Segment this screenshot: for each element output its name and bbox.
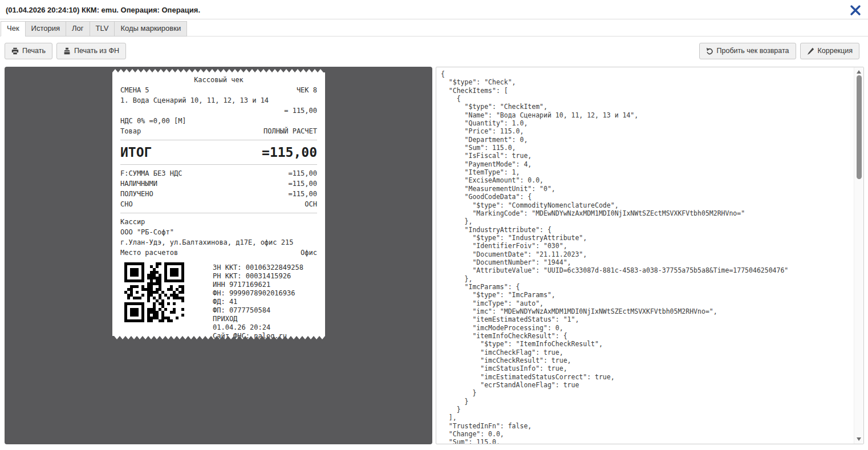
receipt-cash-row: НАЛИЧНЫМИ =115,00 (120, 179, 317, 189)
receipt-item-row: 1. Вода Сценарий 10, 11, 12, 13 и 14 (120, 95, 317, 106)
receipt-paper: Кассовый чек СМЕНА 5 ЧЕК 8 1. Вода Сцена… (112, 69, 325, 339)
sno-label: СНО (120, 199, 133, 209)
receipt-divider (120, 164, 317, 165)
toolbar: Печать Печать из ФН Пробить чек возврата… (0, 37, 868, 67)
refund-check-button-label: Пробить чек возврата (717, 47, 789, 55)
cash-value: =115,00 (288, 179, 317, 189)
subject-label: Товар (120, 126, 141, 136)
tab-marking-codes[interactable]: Коды маркировки (114, 21, 187, 37)
scroll-down-arrow-icon[interactable] (857, 437, 861, 441)
total-value: =115,00 (262, 144, 317, 161)
print-from-fn-button[interactable]: Печать из ФН (56, 43, 126, 59)
org-name: ООО "РБ-Софт" (120, 227, 174, 237)
no-vat-label: F:СУММА БЕЗ НДС (120, 168, 182, 179)
cashier-label: Кассир (120, 217, 145, 227)
receipt-received-row: ПОЛУЧЕНО =115,00 (120, 189, 317, 199)
place-value: Офис (301, 248, 317, 258)
org-address: г.Улан-Удэ, ул.Балтахинова, д17Е, офис 2… (120, 237, 293, 248)
close-icon[interactable] (850, 5, 861, 16)
correction-button-label: Коррекция (818, 47, 853, 55)
receipt-org-row: ООО "РБ-Софт" (120, 227, 317, 237)
receipt-divider (120, 140, 317, 140)
no-vat-value: =115,00 (288, 168, 317, 179)
check-number: ЧЕК 8 (297, 85, 317, 95)
check-json-text: { "$type": "Check", "CheckItems": [ { "$… (436, 67, 854, 444)
receipt-vat-row: НДС 0% =0,00 [М] (120, 116, 317, 126)
tab-log[interactable]: Лог (66, 21, 90, 37)
received-label: ПОЛУЧЕНО (120, 189, 153, 199)
tab-bar: Чек История Лог TLV Коды маркировки (0, 21, 868, 37)
receipt-shift-row: СМЕНА 5 ЧЕК 8 (120, 85, 317, 95)
scroll-up-arrow-icon[interactable] (857, 70, 861, 74)
tab-check[interactable]: Чек (1, 21, 26, 37)
received-value: =115,00 (288, 189, 317, 199)
print-from-fn-button-label: Печать из ФН (74, 47, 119, 55)
receipt-cashier-row: Кассир (120, 217, 317, 227)
item-name: 1. Вода Сценарий 10, 11, 12, 13 и 14 (120, 95, 269, 106)
correction-button[interactable]: Коррекция (800, 43, 859, 59)
receipt-divider (120, 213, 317, 213)
print-button-label: Печать (22, 47, 46, 55)
main-content: Кассовый чек СМЕНА 5 ЧЕК 8 1. Вода Сцена… (0, 67, 868, 444)
total-label: ИТОГ (120, 144, 152, 161)
shift-label: СМЕНА 5 (120, 85, 149, 95)
receipt-qr-block: ЗН ККТ: 00106322849258 РН ККТ: 000314159… (120, 262, 317, 340)
receipt-title: Кассовый чек (120, 75, 317, 85)
receipt-total-row: ИТОГ =115,00 (120, 144, 317, 161)
scroll-thumb[interactable] (857, 75, 862, 179)
qr-code (124, 262, 184, 322)
receipt-title-text: Кассовый чек (194, 75, 244, 85)
pencil-icon (807, 47, 814, 55)
receipt-sno-row: СНО ОСН (120, 199, 317, 209)
printer-icon (11, 47, 19, 55)
kkm-operation-window: (01.04.2026 20:24:10) ККМ: emu. Операция… (0, 0, 868, 444)
refund-rotate-icon (706, 47, 713, 55)
sno-value: ОСН (305, 199, 317, 209)
receipt-preview-panel: Кассовый чек СМЕНА 5 ЧЕК 8 1. Вода Сцена… (5, 67, 432, 444)
refund-check-button[interactable]: Пробить чек возврата (699, 43, 796, 59)
vat-line: НДС 0% =0,00 [М] (120, 116, 186, 126)
receipt-novat-row: F:СУММА БЕЗ НДС =115,00 (120, 168, 317, 179)
tab-tlv[interactable]: TLV (90, 21, 115, 37)
fiscal-details: ЗН ККТ: 00106322849258 РН ККТ: 000314159… (213, 263, 303, 340)
check-json-panel: { "$type": "Check", "CheckItems": [ { "$… (436, 67, 864, 444)
json-scrollbar[interactable] (854, 67, 863, 444)
place-label: Место расчетов (120, 248, 178, 258)
window-header: (01.04.2026 20:24:10) ККМ: emu. Операция… (0, 0, 868, 19)
receipt-address-row: г.Улан-Удэ, ул.Балтахинова, д17Е, офис 2… (120, 237, 317, 248)
payment-type: ПОЛНЫЙ РАСЧЕТ (263, 126, 317, 136)
tab-history[interactable]: История (25, 21, 66, 37)
fiscal-device-icon (63, 47, 71, 55)
receipt-subject-row: Товар ПОЛНЫЙ РАСЧЕТ (120, 126, 317, 136)
receipt-place-row: Место расчетов Офис (120, 248, 317, 258)
receipt-item-sum-row: = 115,00 (120, 106, 317, 116)
window-title: (01.04.2026 20:24:10) ККМ: emu. Операция… (6, 5, 200, 14)
item-sum: = 115,00 (284, 106, 317, 116)
cash-label: НАЛИЧНЫМИ (120, 179, 157, 189)
print-button[interactable]: Печать (5, 43, 52, 59)
